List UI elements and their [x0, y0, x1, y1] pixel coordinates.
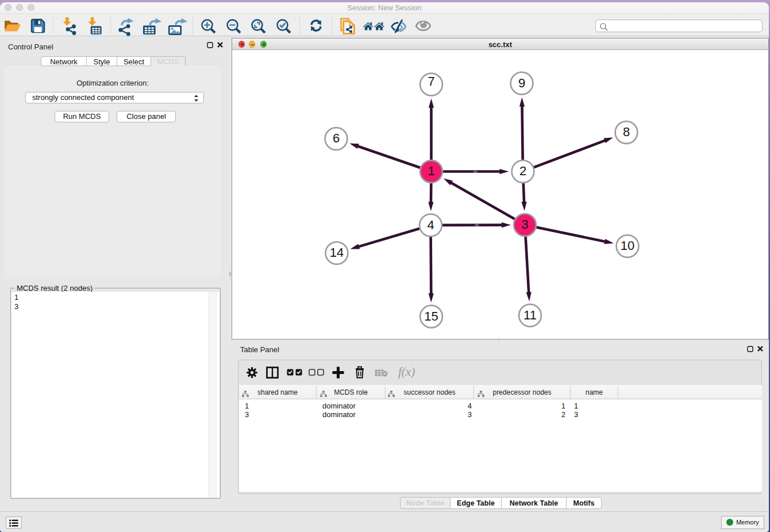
svg-text:10: 10 [621, 238, 634, 253]
svg-text:2: 2 [519, 164, 526, 178]
svg-text:11: 11 [523, 308, 537, 322]
svg-text:15: 15 [424, 309, 438, 323]
svg-text:14: 14 [330, 245, 344, 260]
svg-text:3: 3 [521, 217, 528, 232]
svg-text:8: 8 [623, 125, 630, 139]
svg-text:7: 7 [428, 74, 434, 88]
svg-text:4: 4 [427, 218, 434, 232]
svg-text:6: 6 [333, 131, 340, 145]
svg-text:1: 1 [428, 164, 434, 178]
svg-text:9: 9 [518, 76, 525, 90]
